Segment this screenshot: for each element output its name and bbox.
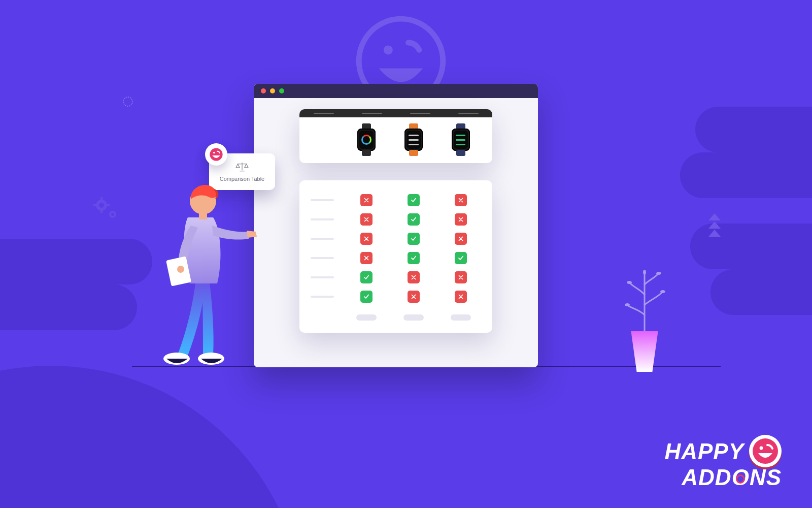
cross-icon [455, 271, 467, 283]
bg-shape [0, 366, 304, 508]
svg-point-13 [656, 272, 661, 275]
cta-row [308, 314, 484, 321]
brand-line1: HAPPY [664, 441, 744, 462]
comparison-matrix-card [299, 180, 492, 333]
brand-wordmark: HAPPY ADDONS [664, 435, 782, 488]
check-icon [360, 291, 373, 303]
svg-rect-5 [100, 210, 103, 213]
traffic-light-close-icon[interactable] [261, 88, 266, 93]
product-watch-navy [437, 123, 484, 156]
tooltip-badge [205, 143, 227, 166]
plant-illustration [619, 259, 670, 372]
svg-point-10 [625, 303, 630, 306]
row-label [311, 199, 334, 201]
bg-shape [680, 152, 812, 198]
happy-face-icon [209, 147, 223, 162]
row-label [311, 257, 334, 259]
check-icon [455, 252, 467, 264]
svg-point-24 [760, 447, 763, 450]
svg-point-14 [643, 270, 646, 275]
row-label [311, 296, 334, 298]
dotted-circle-icon [123, 97, 133, 107]
comparison-products-card [299, 109, 492, 163]
cta-pill[interactable] [451, 314, 471, 321]
svg-rect-4 [100, 197, 103, 200]
check-icon [360, 271, 373, 283]
svg-rect-7 [93, 204, 96, 206]
bg-shape [710, 269, 812, 315]
cross-icon [455, 213, 467, 226]
svg-point-9 [111, 213, 114, 216]
check-icon [408, 213, 420, 226]
cross-icon [360, 194, 373, 206]
check-icon [408, 252, 420, 264]
check-icon [408, 233, 420, 245]
cross-icon [408, 271, 420, 283]
cross-icon [360, 233, 373, 245]
svg-point-16 [213, 152, 215, 154]
person-illustration [152, 177, 254, 370]
cross-icon [455, 233, 467, 245]
bg-shape [695, 107, 812, 152]
window-titlebar [254, 84, 538, 98]
card-header-bar [299, 109, 492, 117]
cross-icon [455, 194, 467, 206]
table-row [308, 287, 484, 306]
product-watch-black [343, 123, 390, 156]
brand-face-icon [749, 435, 782, 467]
cross-icon [455, 291, 467, 303]
svg-point-23 [753, 438, 778, 464]
plant-pot [627, 331, 662, 372]
row-label [311, 276, 334, 278]
browser-window [254, 84, 538, 367]
svg-point-20 [177, 266, 184, 273]
svg-point-3 [99, 203, 104, 208]
gears-icon [91, 193, 122, 226]
product-watch-orange [390, 123, 437, 156]
row-label [311, 218, 334, 220]
row-label [311, 238, 334, 240]
check-icon [408, 194, 420, 206]
svg-point-15 [210, 148, 222, 161]
table-row [308, 210, 484, 229]
table-row [308, 268, 484, 287]
cross-icon [360, 213, 373, 226]
table-row [308, 190, 484, 210]
brand-line2: ADDONS [682, 467, 782, 488]
table-row [308, 248, 484, 268]
scale-icon [235, 162, 249, 173]
cta-pill[interactable] [356, 314, 377, 321]
cta-pill[interactable] [403, 314, 424, 321]
svg-rect-6 [107, 204, 110, 206]
cross-icon [408, 291, 420, 303]
bg-shape [0, 284, 137, 330]
cross-icon [360, 252, 373, 264]
traffic-light-zoom-icon[interactable] [279, 88, 284, 93]
svg-point-12 [627, 281, 632, 284]
table-row [308, 229, 484, 248]
triangle-stack-icon [708, 213, 721, 238]
traffic-light-minimize-icon[interactable] [270, 88, 275, 93]
bg-shape [0, 239, 152, 284]
svg-point-1 [384, 45, 393, 54]
svg-point-11 [660, 290, 665, 293]
